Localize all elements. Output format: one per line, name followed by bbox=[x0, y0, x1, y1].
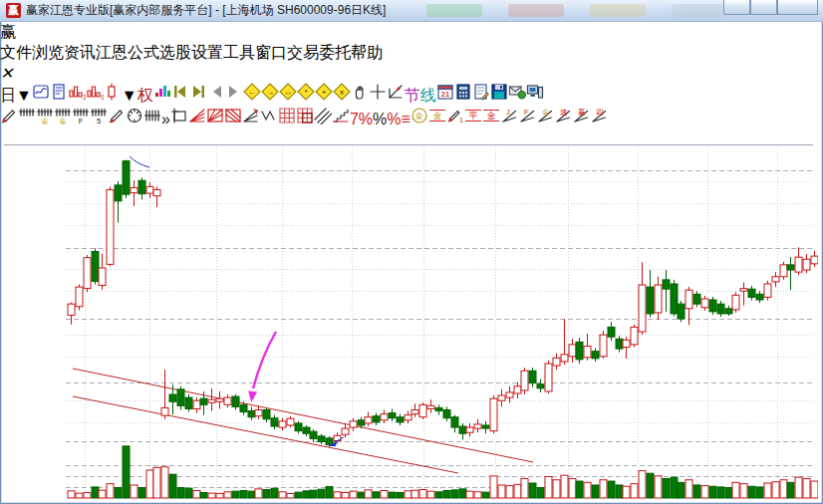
exrights-icon[interactable]: 权 bbox=[137, 87, 153, 104]
ghost-window bbox=[590, 4, 646, 17]
f10-info-icon[interactable] bbox=[50, 87, 68, 104]
percent-line-icon[interactable]: %≡ bbox=[387, 111, 411, 127]
brush-icon[interactable] bbox=[0, 111, 18, 127]
pen-one-icon[interactable]: 1 bbox=[446, 111, 464, 127]
bars-3-icon[interactable]: 3 bbox=[68, 87, 86, 104]
gann-ruler-cycle-icon[interactable]: 5 bbox=[90, 111, 108, 127]
angle-j-icon[interactable]: J bbox=[500, 111, 518, 127]
svg-text:赢: 赢 bbox=[578, 108, 586, 117]
fan-box-icon[interactable] bbox=[206, 111, 224, 127]
save-icon[interactable] bbox=[490, 87, 508, 104]
svg-text:金: 金 bbox=[542, 108, 550, 117]
next-screen-icon[interactable] bbox=[225, 87, 243, 104]
ghost-window bbox=[426, 4, 482, 17]
marker-pen-icon[interactable] bbox=[108, 111, 126, 127]
trendline-marker-icon[interactable]: 线 bbox=[420, 87, 436, 104]
calendar-icon[interactable]: 21 bbox=[436, 87, 454, 104]
menu-item[interactable]: 公式选股 bbox=[128, 43, 191, 64]
period-day-selector-icon[interactable]: 日▼ bbox=[0, 87, 32, 104]
svg-text:金: 金 bbox=[59, 117, 67, 126]
percent-seven-icon[interactable]: 7% bbox=[350, 111, 373, 127]
maximize-button[interactable] bbox=[750, 0, 777, 15]
angle-win-icon[interactable]: 赢 bbox=[572, 111, 590, 127]
drawing-toolbar: 金金F5»7%%%≡金金1平金JF金速赢四 bbox=[0, 107, 823, 128]
svg-text:→: → bbox=[266, 88, 274, 97]
svg-text:J: J bbox=[506, 108, 510, 117]
box-lines-icon[interactable] bbox=[224, 111, 242, 127]
svg-text:F: F bbox=[524, 108, 529, 117]
menu-item[interactable]: 浏览 bbox=[32, 43, 64, 64]
gann-ruler-gold-a-icon[interactable]: 金 bbox=[36, 111, 54, 127]
gold-lines-red-icon[interactable]: 金 bbox=[482, 111, 500, 127]
first-screen-icon[interactable] bbox=[171, 87, 189, 104]
svg-text:四: 四 bbox=[596, 108, 604, 117]
svg-text:←: ← bbox=[248, 88, 256, 97]
percent-icon[interactable]: % bbox=[373, 111, 387, 127]
background-window-ghosts bbox=[426, 4, 727, 17]
kline-chart-canvas[interactable] bbox=[0, 128, 818, 501]
menu-item[interactable]: 帮助 bbox=[351, 43, 383, 64]
svg-text:金: 金 bbox=[41, 117, 49, 126]
ghost-window bbox=[672, 4, 727, 17]
zigzag-icon[interactable] bbox=[260, 111, 278, 127]
steps-icon[interactable] bbox=[332, 111, 350, 127]
menu-item[interactable]: 资讯 bbox=[64, 43, 96, 64]
ghost-window bbox=[508, 4, 564, 17]
bars-9-icon[interactable]: 9 bbox=[86, 87, 104, 104]
gann-fan-icon[interactable] bbox=[188, 111, 206, 127]
svg-text:*: * bbox=[304, 88, 307, 97]
menu-item[interactable]: 文件 bbox=[0, 43, 32, 64]
menu-item[interactable]: 设置 bbox=[191, 43, 223, 64]
diamond-both-icon[interactable]: ↔ bbox=[279, 87, 297, 104]
hand-tool-icon[interactable] bbox=[351, 87, 369, 104]
menu-item[interactable]: 工具 bbox=[223, 43, 255, 64]
parallel-lines-icon[interactable] bbox=[314, 111, 332, 127]
ruler-plain-icon[interactable] bbox=[143, 111, 161, 127]
app-window: 赢 赢家江恩专业版[赢家内部服务平台] - [上海机场 SH600009-96日… bbox=[0, 0, 823, 504]
angle-four-icon[interactable]: 四 bbox=[590, 111, 608, 127]
diamond-right-icon[interactable]: → bbox=[261, 87, 279, 104]
candle-style-icon[interactable]: ▼ bbox=[104, 87, 137, 104]
svg-text:金: 金 bbox=[486, 111, 495, 121]
flat-lines-icon[interactable]: 平 bbox=[464, 111, 482, 127]
more-tools-button[interactable]: » bbox=[161, 111, 170, 127]
diamond-spark-icon[interactable]: x bbox=[333, 87, 351, 104]
angle-gold-icon[interactable]: 金 bbox=[536, 111, 554, 127]
angle-speed-icon[interactable]: 速 bbox=[554, 111, 572, 127]
gold-lines-icon[interactable]: 金 bbox=[428, 111, 446, 127]
angle-f-icon[interactable]: F bbox=[518, 111, 536, 127]
diamond-burst-icon[interactable]: * bbox=[297, 87, 315, 104]
svg-text:金: 金 bbox=[432, 111, 441, 121]
remote-data-icon[interactable] bbox=[526, 87, 544, 104]
gold-circle-icon[interactable]: 金 bbox=[411, 111, 428, 127]
minimize-button[interactable] bbox=[723, 0, 750, 15]
measure-frame-icon[interactable] bbox=[170, 111, 188, 127]
grid-box-icon[interactable] bbox=[296, 111, 314, 127]
last-screen-icon[interactable] bbox=[189, 87, 207, 104]
send-icon[interactable] bbox=[508, 87, 526, 104]
gann-ruler-gold-b-icon[interactable]: 金 bbox=[54, 111, 72, 127]
svg-text:↔: ↔ bbox=[284, 88, 292, 97]
diamond-left-icon[interactable]: ← bbox=[243, 87, 261, 104]
grid-icon[interactable] bbox=[278, 111, 296, 127]
menu-item[interactable]: 交易委托 bbox=[287, 43, 351, 64]
festival-marker-icon[interactable]: 节 bbox=[405, 87, 420, 104]
angle-lines-icon[interactable] bbox=[242, 111, 260, 127]
close-button[interactable] bbox=[777, 0, 818, 15]
gann-ruler-f-icon[interactable]: F bbox=[72, 111, 90, 127]
menu-item[interactable]: 窗口 bbox=[255, 43, 287, 64]
time-cycle-icon[interactable] bbox=[126, 111, 143, 127]
menu-item[interactable]: 江恩 bbox=[96, 43, 128, 64]
prev-screen-icon[interactable] bbox=[207, 87, 225, 104]
volume-distribution-icon[interactable] bbox=[153, 87, 171, 104]
pattern-window-icon[interactable] bbox=[32, 87, 50, 104]
crosshair-icon[interactable] bbox=[369, 87, 387, 104]
memo-icon[interactable] bbox=[472, 87, 490, 104]
menu-bar: 赢 文件浏览资讯江恩公式选股设置工具窗口交易委托帮助 ✕ bbox=[0, 22, 823, 83]
protractor-icon[interactable] bbox=[387, 87, 405, 104]
diamond-plus-icon[interactable]: + bbox=[315, 87, 333, 104]
calculator-icon[interactable] bbox=[454, 87, 472, 104]
gann-ruler-icon[interactable] bbox=[18, 111, 36, 127]
mdi-close-button[interactable]: ✕ bbox=[0, 65, 13, 82]
svg-text:x: x bbox=[340, 88, 344, 97]
